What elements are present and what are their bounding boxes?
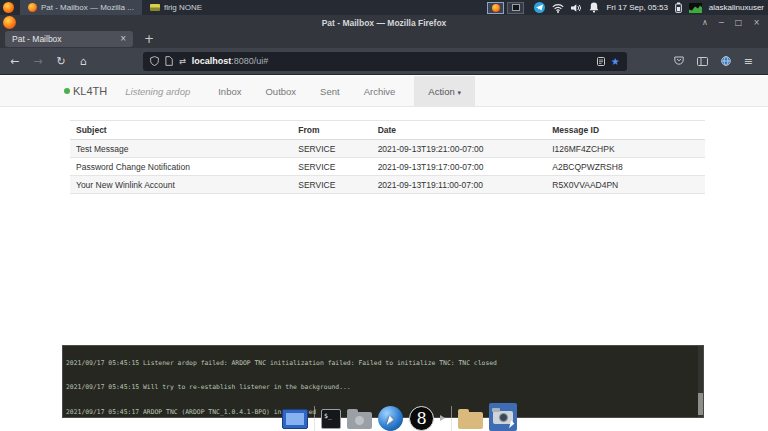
- taskbar-window-pat[interactable]: Pat - Mailbox — Mozilla ...: [20, 0, 142, 15]
- applications-menu-icon[interactable]: [3, 2, 14, 13]
- chevron-right-icon: [440, 415, 445, 421]
- reload-icon[interactable]: ↻: [56, 55, 65, 68]
- taskbar-window-flrig[interactable]: flrig NONE: [142, 0, 210, 15]
- cell-from: SERVICE: [292, 158, 371, 176]
- notifications-bell-icon[interactable]: [589, 2, 599, 13]
- close-button[interactable]: ×: [753, 18, 760, 27]
- minimize-button[interactable]: ─: [719, 18, 724, 27]
- taskbar: Pat - Mailbox — Mozilla ... flrig NONE: [0, 0, 768, 15]
- cell-date: 2021-09-13T19:11:00-07:00: [372, 176, 547, 194]
- table-row[interactable]: Test Message SERVICE 2021-09-13T19:21:00…: [70, 140, 705, 158]
- nav-sent[interactable]: Sent: [308, 86, 352, 97]
- terminal-scrollbar-thumb[interactable]: [698, 393, 703, 415]
- folder-emblem: [355, 416, 364, 425]
- firefox-icon: [492, 4, 500, 12]
- dock: $_ 8: [282, 400, 517, 431]
- monitor-screen: [286, 413, 304, 425]
- shade-window-button[interactable]: ∧: [702, 18, 708, 27]
- col-message-id: Message ID: [546, 121, 705, 140]
- tab-close-icon[interactable]: ×: [120, 34, 126, 44]
- telegram-icon[interactable]: [534, 2, 545, 13]
- url-host: localhost: [192, 56, 232, 66]
- toolbar-right-icons: ≡: [674, 55, 753, 68]
- switch-protocol-icon[interactable]: ⇄: [179, 56, 186, 66]
- url-text[interactable]: localhost:8080/ui#: [192, 56, 269, 66]
- sidebars-icon[interactable]: [697, 57, 708, 66]
- file-manager-icon[interactable]: [347, 412, 372, 429]
- flrig-icon: [150, 4, 160, 11]
- dock-separator: [314, 406, 315, 431]
- battery-icon[interactable]: [675, 2, 682, 13]
- cell-date: 2021-09-13T19:17:00-07:00: [372, 158, 547, 176]
- web-browser-globe-icon[interactable]: [378, 406, 403, 431]
- system-tray: Fri 17 Sep, 05:53 alaskalinuxuser: [534, 2, 764, 13]
- navigation-toolbar: ← → ↻ ⌂ ⇄ localhost:8080/ui#: [0, 48, 768, 75]
- cell-message-id: I126MF4ZCHPK: [546, 140, 705, 158]
- screenshot-tool-icon-selected[interactable]: [489, 403, 517, 431]
- pocket-icon[interactable]: [674, 56, 684, 66]
- action-label: Action: [428, 86, 454, 97]
- page-info-icon[interactable]: [165, 56, 173, 66]
- window-title: Pat - Mailbox — Mozilla Firefox: [322, 18, 447, 28]
- tracking-shield-icon[interactable]: [150, 56, 159, 66]
- cpu-graph-icon[interactable]: [689, 3, 702, 13]
- forward-icon[interactable]: →: [33, 55, 42, 68]
- hamburger-menu-icon[interactable]: ≡: [744, 55, 753, 68]
- url-path: :8080/ui#: [231, 56, 268, 66]
- extension-globe-icon[interactable]: [721, 56, 731, 66]
- back-icon[interactable]: ←: [10, 55, 19, 68]
- url-bar[interactable]: ⇄ localhost:8080/ui# ★: [143, 52, 627, 71]
- screen: Pat - Mailbox — Mozilla ... flrig NONE: [0, 0, 768, 431]
- tab-title: Pat - Mailbox: [12, 34, 116, 44]
- nav-outbox[interactable]: Outbox: [253, 86, 308, 97]
- bookmark-star-icon[interactable]: ★: [611, 56, 620, 67]
- col-date: Date: [372, 121, 547, 140]
- folder-icon[interactable]: [458, 412, 483, 429]
- terminal-app-icon[interactable]: $_: [321, 409, 341, 429]
- clock[interactable]: Fri 17 Sep, 05:53: [606, 3, 667, 12]
- cell-message-id: A2BCQPWZRSH8: [546, 158, 705, 176]
- taskbar-window-pat-label: Pat - Mailbox — Mozilla ...: [41, 3, 134, 12]
- action-dropdown-button[interactable]: Action ▾: [414, 76, 475, 107]
- callsign-brand[interactable]: KL4TH: [64, 85, 107, 97]
- dock-separator: [451, 406, 452, 431]
- reader-mode-icon[interactable]: [597, 57, 605, 66]
- callsign-label: KL4TH: [73, 85, 107, 97]
- firefox-titlebar: Pat - Mailbox — Mozilla Firefox: [0, 15, 768, 30]
- display-settings-icon[interactable]: [282, 409, 308, 429]
- cursor-arrow-icon: [387, 415, 395, 426]
- terminal-scrollbar[interactable]: [698, 346, 703, 417]
- cell-subject: Test Message: [70, 140, 292, 158]
- taskbar-window-flrig-label: flrig NONE: [164, 3, 202, 12]
- firefox-logo-icon: [3, 16, 16, 29]
- username-label: alaskalinuxuser: [709, 3, 764, 12]
- listening-status: Listening ardop: [125, 86, 190, 97]
- nav-inbox[interactable]: Inbox: [206, 86, 253, 97]
- nav-archive[interactable]: Archive: [352, 86, 408, 97]
- cell-subject: Your New Winlink Account: [70, 176, 292, 194]
- new-tab-button[interactable]: +: [144, 32, 154, 46]
- table-row[interactable]: Your New Winlink Account SERVICE 2021-09…: [70, 176, 705, 194]
- cell-subject: Password Change Notification: [70, 158, 292, 176]
- cell-date: 2021-09-13T19:21:00-07:00: [372, 140, 547, 158]
- firefox-icon: [28, 3, 37, 12]
- table-row[interactable]: Password Change Notification SERVICE 202…: [70, 158, 705, 176]
- terminal-icon: [512, 4, 520, 11]
- eight-ball-app-icon[interactable]: 8: [409, 406, 434, 431]
- workspace-2-terminal[interactable]: [507, 2, 524, 14]
- col-from: From: [292, 121, 371, 140]
- status-dot-icon: [64, 88, 70, 94]
- pat-navbar: KL4TH Listening ardop Inbox Outbox Sent …: [0, 76, 768, 107]
- maximize-button[interactable]: □: [735, 18, 743, 27]
- volume-icon[interactable]: [571, 3, 582, 13]
- home-icon[interactable]: ⌂: [80, 55, 87, 68]
- tab-pat-mailbox[interactable]: Pat - Mailbox ×: [5, 31, 133, 47]
- wifi-icon[interactable]: [552, 3, 564, 13]
- workspace-1-firefox[interactable]: [487, 2, 504, 14]
- camera-lens: [499, 413, 508, 422]
- cell-from: SERVICE: [292, 140, 371, 158]
- cell-message-id: R5X0VVAAD4PN: [546, 176, 705, 194]
- inbox-table-header: Subject From Date Message ID: [70, 121, 705, 140]
- inbox-table: Subject From Date Message ID Test Messag…: [70, 120, 705, 194]
- cell-from: SERVICE: [292, 176, 371, 194]
